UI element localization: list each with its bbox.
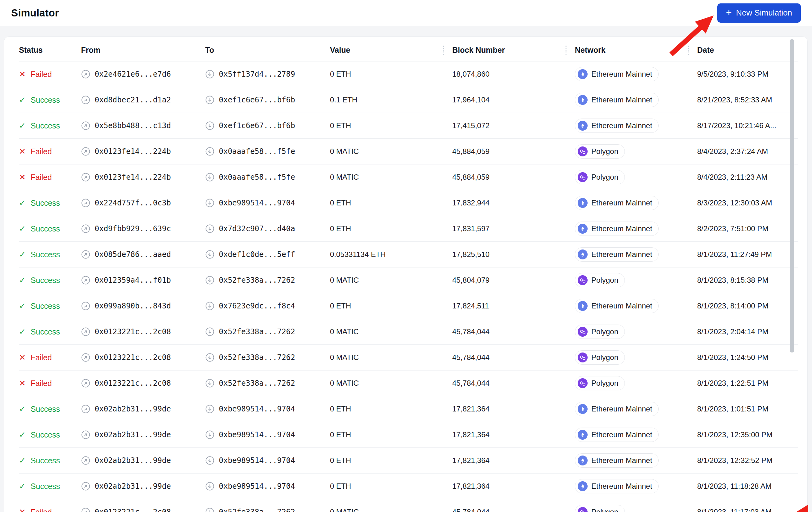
status-label: Success	[31, 199, 60, 208]
status-label: Success	[31, 276, 60, 285]
to-address: 0xdef1c0de...5eff	[219, 250, 295, 259]
from-address-icon	[81, 250, 90, 259]
table-row[interactable]: ✓Success0xd9fbb929...639c0x7d32c907...d4…	[19, 216, 798, 242]
to-address: 0x52fe338a...7262	[219, 353, 295, 362]
table-row[interactable]: ✕Failed0x0123fe14...224b0x0aaafe58...f5f…	[19, 164, 798, 190]
to-cell: 0x0aaafe58...f5fe	[205, 147, 330, 156]
date-cell: 8/1/2023, 1:22:51 PM	[697, 379, 798, 388]
to-address-icon	[205, 482, 214, 491]
value-cell: 0 ETH	[330, 121, 452, 130]
column-header-value[interactable]: Value	[330, 46, 452, 55]
from-cell: 0x02ab2b31...99de	[81, 404, 205, 414]
column-header-block-number[interactable]: Block Number	[452, 46, 575, 55]
block-number-cell: 17,825,510	[452, 250, 575, 259]
column-header-network[interactable]: Network	[575, 46, 697, 55]
network-cell: Ethereum Mainnet	[575, 299, 697, 313]
status-label: Failed	[31, 379, 52, 388]
from-cell: 0x5e8bb488...c13d	[81, 121, 205, 130]
status-label: Success	[31, 327, 60, 336]
ethereum-icon	[578, 481, 587, 491]
to-address: 0xbe989514...9704	[219, 482, 295, 490]
table-row[interactable]: ✕Failed0x0123221c...2c080x52fe338a...726…	[19, 499, 798, 512]
to-address-icon	[205, 353, 214, 362]
simulations-card: StatusFromToValueBlock NumberNetworkDate…	[4, 36, 808, 512]
from-cell: 0x0123221c...2c08	[81, 327, 205, 336]
table-row[interactable]: ✓Success0x0123221c...2c080x52fe338a...72…	[19, 319, 798, 345]
network-label: Polygon	[591, 173, 618, 182]
block-number-cell: 17,821,364	[452, 404, 575, 413]
to-address-icon	[205, 275, 214, 285]
table-row[interactable]: ✕Failed0x0123221c...2c080x52fe338a...726…	[19, 370, 798, 396]
status-label: Success	[31, 404, 60, 414]
table-row[interactable]: ✓Success0x085de786...aaed0xdef1c0de...5e…	[19, 242, 798, 268]
polygon-icon	[578, 327, 587, 337]
block-number-cell: 17,831,597	[452, 224, 575, 233]
network-badge: Ethereum Mainnet	[575, 479, 659, 493]
to-address-icon	[205, 173, 214, 182]
from-address-icon	[81, 404, 90, 414]
status-cell: ✓Success	[19, 224, 81, 233]
date-cell: 8/4/2023, 2:37:24 AM	[697, 147, 798, 156]
status-cell: ✓Success	[19, 430, 81, 440]
network-badge: Ethereum Mainnet	[575, 119, 659, 133]
column-header-from[interactable]: From	[81, 46, 205, 55]
to-cell: 0xef1c6e67...bf6b	[205, 121, 330, 130]
status-label: Failed	[31, 70, 52, 79]
x-icon: ✕	[19, 379, 26, 387]
vertical-scrollbar-thumb[interactable]	[790, 39, 794, 353]
block-number-cell: 45,884,059	[452, 147, 575, 156]
from-address: 0x02ab2b31...99de	[95, 430, 171, 439]
value-cell: 0 ETH	[330, 456, 452, 465]
to-address: 0xef1c6e67...bf6b	[219, 121, 295, 130]
date-cell: 8/1/2023, 11:17:03 AM	[697, 508, 798, 512]
network-label: Polygon	[591, 508, 618, 512]
new-simulation-button[interactable]: + New Simulation	[717, 3, 801, 23]
block-number-cell: 18,074,860	[452, 70, 575, 79]
table-row[interactable]: ✕Failed0x2e4621e6...e7d60x5ff137d4...278…	[19, 61, 798, 87]
to-address-icon	[205, 224, 214, 233]
to-cell: 0xdef1c0de...5eff	[205, 250, 330, 259]
table-row[interactable]: ✓Success0x02ab2b31...99de0xbe989514...97…	[19, 396, 798, 422]
network-badge: Polygon	[575, 376, 625, 390]
table-row[interactable]: ✕Failed0x0123fe14...224b0x0aaafe58...f5f…	[19, 139, 798, 164]
network-badge: Polygon	[575, 170, 625, 184]
from-address: 0xd9fbb929...639c	[95, 224, 171, 233]
table-row[interactable]: ✓Success0x099a890b...843d0x7623e9dc...f8…	[19, 293, 798, 319]
table-row[interactable]: ✓Success0x224d757f...0c3b0xbe989514...97…	[19, 190, 798, 216]
column-header-date[interactable]: Date	[697, 46, 798, 55]
status-cell: ✓Success	[19, 121, 81, 130]
new-simulation-label: New Simulation	[736, 8, 792, 18]
to-cell: 0x52fe338a...7262	[205, 353, 330, 362]
plus-icon: +	[726, 7, 732, 18]
network-cell: Polygon	[575, 350, 697, 365]
network-label: Ethereum Mainnet	[591, 404, 652, 413]
table-row[interactable]: ✓Success0x012359a4...f01b0x52fe338a...72…	[19, 268, 798, 293]
from-address-icon	[81, 95, 90, 104]
to-cell: 0xbe989514...9704	[205, 404, 330, 414]
from-cell: 0x2e4621e6...e7d6	[81, 69, 205, 79]
date-cell: 8/1/2023, 8:14:00 PM	[697, 302, 798, 310]
column-header-status[interactable]: Status	[19, 46, 81, 55]
ethereum-icon	[578, 198, 587, 208]
value-cell: 0 ETH	[330, 70, 452, 79]
status-cell: ✓Success	[19, 302, 81, 311]
table-row[interactable]: ✓Success0x02ab2b31...99de0xbe989514...97…	[19, 448, 798, 474]
check-icon: ✓	[19, 456, 26, 464]
table-row[interactable]: ✕Failed0x0123221c...2c080x52fe338a...726…	[19, 345, 798, 370]
ethereum-icon	[578, 224, 587, 234]
date-cell: 8/1/2023, 2:04:14 PM	[697, 327, 798, 336]
check-icon: ✓	[19, 276, 26, 284]
column-header-to[interactable]: To	[205, 46, 330, 55]
value-cell: 0.1 ETH	[330, 96, 452, 104]
table-row[interactable]: ✓Success0xd8dbec21...d1a20xef1c6e67...bf…	[19, 87, 798, 113]
date-cell: 8/1/2023, 1:01:51 PM	[697, 404, 798, 413]
table-row[interactable]: ✓Success0x02ab2b31...99de0xbe989514...97…	[19, 474, 798, 499]
table-row[interactable]: ✓Success0x5e8bb488...c13d0xef1c6e67...bf…	[19, 113, 798, 139]
network-cell: Ethereum Mainnet	[575, 67, 697, 81]
block-number-cell: 17,964,104	[452, 96, 575, 104]
to-address-icon	[205, 456, 214, 465]
table-row[interactable]: ✓Success0x02ab2b31...99de0xbe989514...97…	[19, 422, 798, 448]
ethereum-icon	[578, 301, 587, 311]
from-address: 0xd8dbec21...d1a2	[95, 96, 171, 104]
to-address-icon	[205, 507, 214, 512]
